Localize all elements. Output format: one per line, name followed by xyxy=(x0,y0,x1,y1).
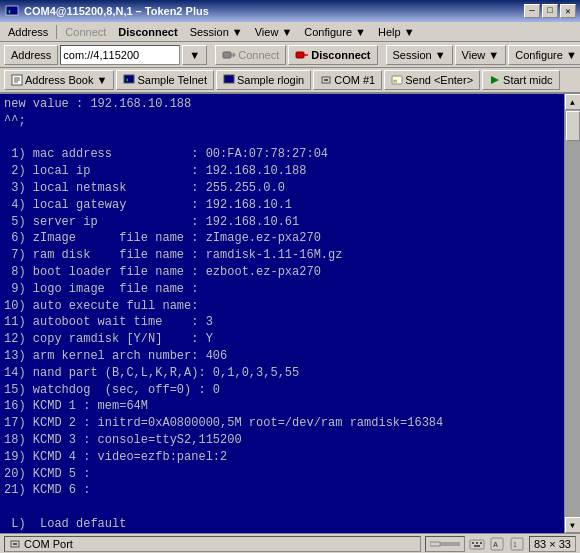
svg-text:▮: ▮ xyxy=(126,77,128,82)
svg-rect-18 xyxy=(324,79,328,81)
window-controls: ─ □ ✕ xyxy=(524,4,576,18)
scroll-thumb[interactable] xyxy=(566,111,580,141)
svg-rect-26 xyxy=(470,540,484,549)
svg-text:▮: ▮ xyxy=(8,8,11,14)
svg-text:✉: ✉ xyxy=(393,78,397,84)
window-title: COM4@115200,8,N,1 – Token2 Plus xyxy=(24,5,209,17)
menu-bar: Address Connect Disconnect Session ▼ Vie… xyxy=(0,22,580,42)
toolbar-2: Address Book ▼ ▮ Sample Telnet Sample rl… xyxy=(0,68,580,94)
com-port-status: COM Port xyxy=(4,536,421,552)
menu-connect[interactable]: Connect xyxy=(59,24,112,40)
start-midc-btn[interactable]: Start midc xyxy=(482,70,560,90)
address-label-btn[interactable]: Address xyxy=(4,45,58,65)
caps-lock-icon: A xyxy=(489,536,505,552)
svg-text:A: A xyxy=(493,541,498,548)
address-input[interactable] xyxy=(60,45,180,65)
view-btn[interactable]: View ▼ xyxy=(455,45,507,65)
hscroll-icon xyxy=(430,540,460,548)
menu-session[interactable]: Session ▼ xyxy=(184,24,249,40)
scroll-h-panel xyxy=(425,536,465,552)
maximize-button[interactable]: □ xyxy=(542,4,558,18)
menu-address[interactable]: Address xyxy=(2,24,54,40)
svg-rect-25 xyxy=(430,542,440,546)
num-lock-icon: 1 xyxy=(509,536,525,552)
connect-button[interactable]: Connect xyxy=(215,45,286,65)
terminal-output[interactable]: new value : 192.168.10.188 ^^; 1) mac ad… xyxy=(0,94,564,533)
dimensions-panel: 83 × 33 xyxy=(529,536,576,552)
svg-rect-16 xyxy=(224,75,234,83)
sample-rlogin-btn[interactable]: Sample rlogin xyxy=(216,70,311,90)
scroll-up-arrow[interactable]: ▲ xyxy=(565,94,581,110)
minimize-button[interactable]: ─ xyxy=(524,4,540,18)
title-bar: ▮ COM4@115200,8,N,1 – Token2 Plus ─ □ ✕ xyxy=(0,0,580,22)
vertical-scrollbar[interactable]: ▲ ▼ xyxy=(564,94,580,533)
svg-rect-28 xyxy=(476,542,478,544)
menu-disconnect[interactable]: Disconnect xyxy=(112,24,183,40)
sample-telnet-btn[interactable]: ▮ Sample Telnet xyxy=(116,70,214,90)
disconnect-button[interactable]: Disconnect xyxy=(288,45,377,65)
status-icons: A 1 xyxy=(469,536,525,552)
scroll-track[interactable] xyxy=(565,110,580,517)
menu-separator-1 xyxy=(56,25,57,39)
main-area: new value : 192.168.10.188 ^^; 1) mac ad… xyxy=(0,94,580,533)
menu-configure[interactable]: Configure ▼ xyxy=(298,24,372,40)
menu-view[interactable]: View ▼ xyxy=(249,24,299,40)
status-bar: COM Port A 1 83 × 33 xyxy=(0,533,580,553)
toolbar-1: Address ▼ Connect Disconnect Session ▼ V… xyxy=(0,42,580,68)
menu-help[interactable]: Help ▼ xyxy=(372,24,421,40)
configure-btn[interactable]: Configure ▼ xyxy=(508,45,580,65)
svg-rect-3 xyxy=(223,52,231,58)
session-btn[interactable]: Session ▼ xyxy=(386,45,453,65)
send-enter-btn[interactable]: ✉ Send <Enter> xyxy=(384,70,480,90)
app-icon: ▮ xyxy=(4,3,20,19)
close-button[interactable]: ✕ xyxy=(560,4,576,18)
svg-marker-21 xyxy=(491,76,499,84)
svg-rect-23 xyxy=(13,543,17,545)
com-btn[interactable]: COM #1 xyxy=(313,70,382,90)
svg-rect-30 xyxy=(474,545,480,547)
address-dropdown-btn[interactable]: ▼ xyxy=(182,45,207,65)
keyboard-icon xyxy=(469,536,485,552)
svg-rect-7 xyxy=(296,52,304,58)
svg-rect-29 xyxy=(480,542,482,544)
svg-text:1: 1 xyxy=(513,541,517,548)
address-book-btn[interactable]: Address Book ▼ xyxy=(4,70,114,90)
svg-rect-27 xyxy=(472,542,474,544)
dimensions-label: 83 × 33 xyxy=(534,538,571,550)
com-port-label: COM Port xyxy=(24,538,73,550)
com-port-icon xyxy=(9,538,21,550)
scroll-down-arrow[interactable]: ▼ xyxy=(565,517,581,533)
